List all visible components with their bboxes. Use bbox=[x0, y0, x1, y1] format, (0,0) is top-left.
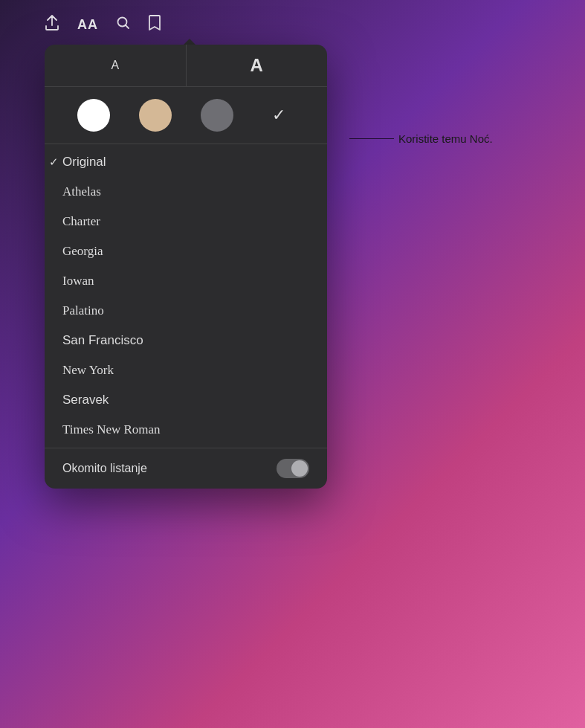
font-list: ✓OriginalAthelasCharterGeorgiaIowanPalat… bbox=[45, 144, 327, 448]
georgia-font-item[interactable]: Georgia bbox=[45, 236, 327, 266]
toggle-row: Okomito listanje bbox=[45, 448, 327, 489]
times-new-roman-font-label: Times New Roman bbox=[62, 422, 161, 437]
toolbar: AA bbox=[45, 15, 161, 35]
iowan-font-item[interactable]: Iowan bbox=[45, 266, 327, 296]
theme-row: ✓ bbox=[45, 87, 327, 144]
sepia-theme-button[interactable] bbox=[139, 99, 172, 132]
palatino-font-item[interactable]: Palatino bbox=[45, 296, 327, 326]
dark-theme-button[interactable]: ✓ bbox=[262, 99, 295, 132]
athelas-font-label: Athelas bbox=[62, 184, 101, 199]
iowan-font-label: Iowan bbox=[62, 274, 94, 289]
font-size-icon[interactable]: AA bbox=[77, 17, 98, 33]
search-icon[interactable] bbox=[116, 16, 131, 34]
dropdown-panel: A A ✓ ✓OriginalAthelasCharterGeorgiaIowa… bbox=[45, 45, 327, 489]
san-francisco-font-label: San Francisco bbox=[62, 333, 143, 348]
selected-checkmark: ✓ bbox=[49, 155, 59, 169]
times-new-roman-font-item[interactable]: Times New Roman bbox=[45, 415, 327, 445]
charter-font-item[interactable]: Charter bbox=[45, 207, 327, 236]
bookmark-icon[interactable] bbox=[149, 15, 161, 35]
new-york-font-label: New York bbox=[62, 363, 114, 378]
font-size-small-label: A bbox=[111, 59, 119, 72]
new-york-font-item[interactable]: New York bbox=[45, 355, 327, 385]
font-size-decrease-button[interactable]: A bbox=[45, 45, 187, 86]
gray-theme-button[interactable] bbox=[201, 99, 233, 132]
vertical-scrolling-label: Okomito listanje bbox=[62, 462, 147, 475]
georgia-font-label: Georgia bbox=[62, 244, 103, 259]
white-theme-button[interactable] bbox=[77, 99, 110, 132]
charter-font-label: Charter bbox=[62, 214, 100, 229]
callout: Koristite temu Noć. bbox=[349, 132, 493, 145]
callout-text: Koristite temu Noć. bbox=[398, 132, 493, 145]
original-font-item[interactable]: ✓Original bbox=[45, 147, 327, 177]
share-icon[interactable] bbox=[45, 15, 59, 35]
font-size-row: A A bbox=[45, 45, 327, 87]
dark-theme-checkmark: ✓ bbox=[272, 106, 285, 125]
callout-line bbox=[349, 138, 394, 139]
athelas-font-item[interactable]: Athelas bbox=[45, 177, 327, 207]
san-francisco-font-item[interactable]: San Francisco bbox=[45, 326, 327, 355]
palatino-font-label: Palatino bbox=[62, 303, 104, 318]
vertical-scrolling-toggle[interactable] bbox=[277, 459, 309, 478]
font-size-large-label: A bbox=[251, 55, 263, 76]
seravek-font-item[interactable]: Seravek bbox=[45, 385, 327, 415]
seravek-font-label: Seravek bbox=[62, 393, 109, 408]
toggle-knob bbox=[291, 460, 308, 477]
original-font-label: Original bbox=[62, 155, 106, 170]
font-size-increase-button[interactable]: A bbox=[187, 45, 328, 86]
